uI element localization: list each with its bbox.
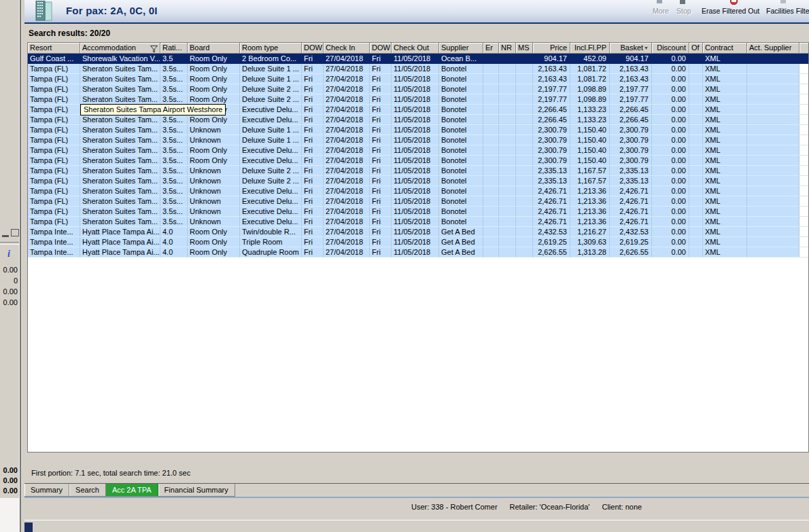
column-header-check_in[interactable]: Check In	[324, 43, 370, 54]
column-header-ms[interactable]: MS	[516, 43, 533, 54]
table-row[interactable]: Tampa Inte...Hyatt Place Tampa Ai...4.0R…	[28, 227, 808, 237]
collapse-panel-icon[interactable]	[2, 230, 9, 237]
cell-check_out: 11/05/2018	[392, 247, 439, 258]
cell-act_supplier	[747, 186, 799, 196]
cell-basket: 2,163.43	[610, 74, 652, 84]
cell-price: 2,197.77	[533, 84, 570, 94]
cell-rating: 3.5s...	[160, 186, 188, 196]
cell-act_supplier	[747, 207, 799, 217]
table-row[interactable]: Tampa (FL)Sheraton Suites Tam...3.5s...U…	[28, 196, 808, 207]
column-header-rating[interactable]: Rati...	[160, 43, 188, 54]
column-header-of[interactable]: Of	[689, 43, 703, 54]
column-header-resort[interactable]: Resort	[28, 43, 80, 54]
table-row[interactable]: Tampa (FL)Sheraton Suites Tam...3.5s...R…	[28, 64, 808, 74]
cell-check_out: 11/05/2018	[392, 217, 439, 227]
more-button[interactable]: More	[653, 7, 669, 15]
cell-accommodation: Sheraton Suites Tam...	[80, 176, 160, 186]
facilities-filter-button[interactable]: Facilities Filter	[766, 7, 809, 15]
cell-board: Unknown	[188, 196, 240, 207]
cell-dow_in: Fri	[302, 166, 324, 176]
tab-summary[interactable]: Summary	[24, 484, 69, 497]
table-row[interactable]: Tampa (FL)Sheraton Suites Tam...3.5s...U…	[28, 217, 808, 227]
column-header-room_type[interactable]: Room type	[240, 43, 302, 54]
table-row[interactable]: Tampa (FL)Sheraton Suites Tam...3.5s...R…	[28, 74, 808, 84]
cell-dow_in: Fri	[302, 196, 324, 207]
column-header-act_supplier[interactable]: Act. Supplier	[747, 43, 799, 54]
stop-icon[interactable]	[680, 0, 685, 4]
cell-contract: XML	[703, 156, 747, 166]
table-row[interactable]: Tampa (FL)Sheraton Suites Tam...3.5s...R…	[28, 156, 808, 166]
cell-price: 2,426.71	[533, 196, 570, 207]
column-header-dow_in[interactable]: DOW	[302, 43, 324, 54]
cell-of	[689, 156, 703, 166]
cell-nr	[499, 54, 516, 64]
facilities-filter-icon[interactable]	[780, 0, 786, 3]
cell-discount: 0.00	[652, 125, 689, 135]
cell-check_out: 11/05/2018	[392, 227, 439, 237]
cell-room_type: Executive Delu...	[240, 105, 302, 115]
cell-resort: Tampa (FL)	[28, 166, 80, 176]
erase-filtered-out-button[interactable]: Erase Filtered Out	[702, 7, 759, 15]
more-icon[interactable]	[657, 0, 662, 3]
cell-resort: Gulf Coast ...	[28, 54, 80, 64]
cell-nr	[499, 125, 516, 135]
column-header-incl_fl_pp[interactable]: Incl.Fl.PP	[570, 43, 610, 54]
cell-basket: 904.17	[610, 54, 652, 64]
tab-financial-summary[interactable]: Financial Summary	[158, 484, 235, 497]
column-header-supplier[interactable]: Supplier	[439, 43, 483, 54]
table-row[interactable]: Tampa (FL)Sheraton Suites Tam...3.5s...R…	[28, 94, 808, 105]
cell-dow_in: Fri	[302, 105, 324, 115]
table-row[interactable]: Tampa (FL)Sheraton Suites Tam...3.5s...U…	[28, 166, 808, 176]
cell-nr	[499, 176, 516, 186]
column-header-accommodation[interactable]: Accommodation	[80, 43, 160, 54]
side-total: 0.00	[0, 486, 18, 496]
cell-ms	[516, 156, 533, 166]
table-row[interactable]: Tampa (FL)Sheraton Suites Tam...3.5s...R…	[28, 84, 808, 94]
column-header-discount[interactable]: Discount	[652, 43, 689, 54]
table-row[interactable]: Tampa (FL)Sheraton Suites Tam...3.5s...R…	[28, 115, 808, 125]
column-header-board[interactable]: Board	[188, 43, 240, 54]
cell-supplier: Get A Bed	[439, 247, 483, 258]
cell-incl_fl_pp: 1,213.36	[570, 207, 610, 217]
cell-contract: XML	[703, 74, 747, 84]
cell-er	[483, 156, 499, 166]
table-row[interactable]: Tampa (FL)Sheraton Suites Tam...3.5s...U…	[28, 176, 808, 186]
cell-of	[689, 94, 703, 105]
column-header-dow_out[interactable]: DOW	[370, 43, 392, 54]
table-row[interactable]: Tampa (FL)Sheraton Suites Tam...3.5s...U…	[28, 135, 808, 145]
cell-supplier: Bonotel	[439, 84, 483, 94]
tab-acc-2a-tpa[interactable]: Acc 2A TPA	[106, 484, 158, 497]
cell-contract: XML	[703, 125, 747, 135]
filter-funnel-icon[interactable]	[150, 45, 158, 54]
column-header-check_out[interactable]: Check Out	[392, 43, 439, 54]
column-header-nr[interactable]: NR	[499, 43, 516, 54]
status-bar: User: 338 - Robert ComerRetailer: 'Ocean…	[24, 498, 809, 520]
erase-filtered-icon[interactable]	[730, 0, 738, 5]
table-row[interactable]: Tampa (FL)Sheraton Suites Tam...3.5s...U…	[28, 207, 808, 217]
table-row[interactable]: Tampa (FL)Sheraton Suites Tam...3.5s...R…	[28, 145, 808, 156]
status-retailer: Retailer: 'Ocean-Florida'	[510, 503, 590, 511]
cell-dow_in: Fri	[302, 156, 324, 166]
cell-ms	[516, 166, 533, 176]
cell-contract: XML	[703, 84, 747, 94]
restore-panel-icon[interactable]	[11, 229, 19, 236]
column-header-price[interactable]: Price	[533, 43, 570, 54]
table-row[interactable]: Tampa Inte...Hyatt Place Tampa Ai...4.0R…	[28, 247, 808, 258]
stop-button[interactable]: Stop	[676, 7, 691, 15]
cell-incl_fl_pp: 1,133.23	[570, 105, 610, 115]
cell-check_out: 11/05/2018	[392, 186, 439, 196]
cell-rating: 3.5s...	[160, 217, 188, 227]
accommodation-tooltip: Sheraton Suites Tampa Airport Westshore	[80, 104, 226, 116]
cell-basket: 2,266.45	[610, 115, 652, 125]
cell-nr	[499, 247, 516, 258]
cell-contract: XML	[703, 186, 747, 196]
table-row[interactable]: Gulf Coast ...Shorewalk Vacation V...3.5…	[28, 54, 808, 64]
table-row[interactable]: Tampa (FL)Sheraton Suites Tam...3.5s...U…	[28, 186, 808, 196]
tab-search[interactable]: Search	[69, 484, 106, 497]
table-row[interactable]: Tampa (FL)Sheraton Suites Tam...3.5s...U…	[28, 125, 808, 135]
column-header-er[interactable]: Er	[483, 43, 499, 54]
table-row[interactable]: Tampa Inte...Hyatt Place Tampa Ai...4.0R…	[28, 237, 808, 247]
column-header-contract[interactable]: Contract	[703, 43, 747, 54]
column-header-basket[interactable]: Basket▼	[610, 43, 652, 54]
cell-accommodation: Sheraton Suites Tam...	[80, 156, 160, 166]
